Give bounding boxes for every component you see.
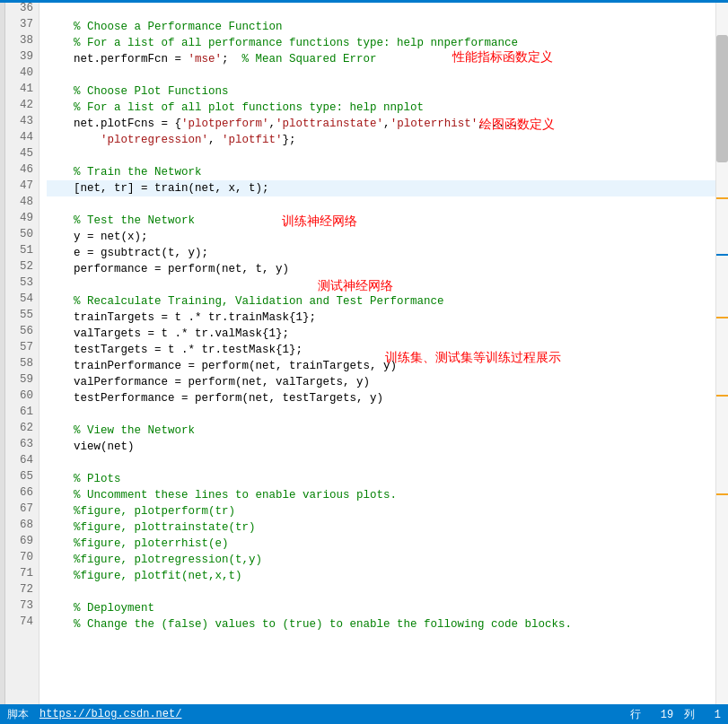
line-number: 41 <box>5 81 39 97</box>
line-number: 53 <box>5 275 39 291</box>
line-number: 56 <box>5 323 39 339</box>
line-number: 68 <box>5 517 39 533</box>
code-line: %figure, plotfit(net,x,t) <box>47 568 715 584</box>
line-number: 60 <box>5 388 39 404</box>
code-line <box>47 67 715 83</box>
editor-container: 3637383940414243444546474849505152535455… <box>0 0 728 704</box>
line-number: 45 <box>5 145 39 161</box>
code-line: testTargets = t .* tr.testMask{1}; <box>47 342 715 358</box>
code-line: trainTargets = t .* tr.trainMask{1}; <box>47 310 715 326</box>
line-number: 66 <box>5 484 39 501</box>
code-line: valPerformance = perform(net, valTargets… <box>47 374 715 390</box>
code-line: % Test the Network <box>47 213 715 229</box>
line-number: 37 <box>5 16 39 32</box>
line-number: 50 <box>5 226 39 242</box>
line-number: 38 <box>5 32 39 48</box>
scroll-marker-1 <box>716 197 728 199</box>
code-line: 'plotregression', 'plotfit'}; <box>47 132 715 148</box>
line-number: 52 <box>5 258 39 275</box>
line-number: 67 <box>5 501 39 517</box>
code-line: y = net(x); <box>47 229 715 245</box>
code-line: %figure, plotperform(tr) <box>47 503 715 519</box>
code-line: [net, tr] = train(net, x, t); <box>47 180 715 196</box>
code-line <box>47 148 715 164</box>
status-right: 行 19 列 1 <box>630 707 721 722</box>
status-row: 行 19 <box>630 707 673 722</box>
line-number: 43 <box>5 113 39 129</box>
line-number: 57 <box>5 339 39 355</box>
line-number: 47 <box>5 178 39 194</box>
line-number: 73 <box>5 598 39 614</box>
code-line: e = gsubtract(t, y); <box>47 245 715 261</box>
code-line: % Deployment <box>47 600 715 616</box>
line-numbers: 3637383940414243444546474849505152535455… <box>5 0 39 704</box>
scroll-marker-5 <box>716 254 728 256</box>
line-number: 48 <box>5 194 39 210</box>
code-line: %figure, plottrainstate(tr) <box>47 519 715 536</box>
line-number: 54 <box>5 291 39 307</box>
scroll-marker-3 <box>716 395 728 397</box>
status-url[interactable]: https://blog.csdn.net/ <box>39 708 181 720</box>
code-line: view(net) <box>47 439 715 455</box>
line-number: 74 <box>5 614 39 630</box>
code-line <box>47 584 715 600</box>
line-number: 58 <box>5 355 39 371</box>
code-line: performance = perform(net, t, y) <box>47 261 715 277</box>
code-line: net.plotFcns = {'plotperform','plottrain… <box>47 116 715 132</box>
line-number: 71 <box>5 565 39 581</box>
code-line: % Recalculate Training, Validation and T… <box>47 293 715 310</box>
line-number: 59 <box>5 371 39 388</box>
code-line <box>47 406 715 423</box>
line-number: 46 <box>5 161 39 178</box>
status-col: 列 1 <box>684 707 721 722</box>
code-line: % View the Network <box>47 423 715 439</box>
line-number: 65 <box>5 468 39 484</box>
top-indicator <box>0 0 728 3</box>
scroll-marker-4 <box>716 493 728 495</box>
line-number: 39 <box>5 48 39 65</box>
code-area[interactable]: % Choose a Performance Function % For a … <box>39 0 715 704</box>
line-number: 64 <box>5 452 39 468</box>
line-number: 63 <box>5 436 39 452</box>
code-line <box>47 196 715 213</box>
right-scrollbar[interactable] <box>715 0 728 704</box>
code-line: net.performFcn = 'mse'; % Mean Squared E… <box>47 51 715 67</box>
code-line: valTargets = t .* tr.valMask{1}; <box>47 326 715 342</box>
line-number: 72 <box>5 581 39 598</box>
code-line: % For a list of all plot functions type:… <box>47 100 715 116</box>
line-number: 40 <box>5 65 39 81</box>
code-line: % Train the Network <box>47 164 715 180</box>
scroll-marker-2 <box>716 317 728 318</box>
status-bar: 脚本 https://blog.csdn.net/ 行 19 列 1 <box>0 704 728 724</box>
code-line <box>47 277 715 293</box>
line-number: 42 <box>5 97 39 113</box>
code-line: %figure, ploterrhist(e) <box>47 536 715 552</box>
line-number: 69 <box>5 533 39 549</box>
line-number: 49 <box>5 210 39 226</box>
code-line: % For a list of all performance function… <box>47 35 715 51</box>
line-number: 44 <box>5 129 39 145</box>
line-number: 61 <box>5 404 39 420</box>
code-line: % Choose Plot Functions <box>47 83 715 100</box>
line-number: 51 <box>5 242 39 258</box>
status-script-label: 脚本 <box>7 707 29 722</box>
code-line: %figure, plotregression(t,y) <box>47 552 715 568</box>
line-number: 70 <box>5 549 39 565</box>
line-number: 62 <box>5 420 39 436</box>
code-line: testPerformance = perform(net, testTarge… <box>47 390 715 406</box>
code-line: % Change the (false) values to (true) to… <box>47 616 715 632</box>
code-line: % Plots <box>47 471 715 487</box>
code-line <box>47 3 715 19</box>
code-line: trainPerformance = perform(net, trainTar… <box>47 358 715 374</box>
line-number: 55 <box>5 307 39 323</box>
code-line: % Uncomment these lines to enable variou… <box>47 487 715 503</box>
code-line <box>47 455 715 471</box>
code-line: % Choose a Performance Function <box>47 19 715 35</box>
status-left: 脚本 https://blog.csdn.net/ <box>7 707 181 722</box>
scrollbar-thumb[interactable] <box>716 35 728 161</box>
